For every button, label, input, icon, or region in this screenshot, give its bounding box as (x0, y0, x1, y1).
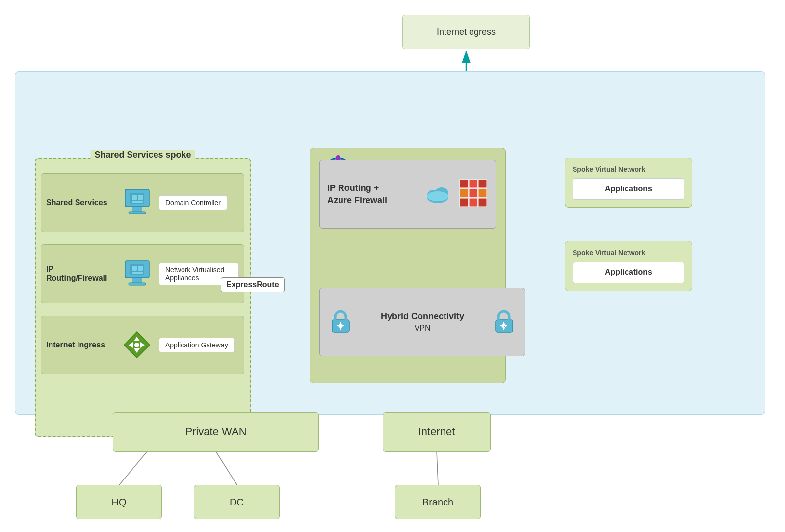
hq-label: HQ (112, 497, 127, 508)
spoke-vnet-1-inner: Applications (573, 178, 684, 200)
spoke-vnet-1-title: Spoke Virtual Network (573, 165, 684, 173)
private-wan-label: Private WAN (185, 426, 246, 438)
expressroute-text: ExpressRoute (226, 280, 279, 289)
monitor-icon-2 (120, 257, 154, 291)
svg-rect-58 (460, 189, 468, 197)
dc-label: DC (230, 497, 244, 508)
svg-rect-63 (478, 198, 487, 207)
svg-rect-57 (478, 180, 487, 188)
private-wan-box: Private WAN (113, 412, 319, 452)
shared-services-spoke-title: Shared Services spoke (90, 150, 195, 160)
diagram-container: Internet egress Shared Services spoke Sh… (0, 0, 785, 532)
internet-box: Internet (383, 412, 491, 452)
svg-rect-32 (132, 266, 137, 271)
hybrid-connectivity-label: Hybrid Connectivity (381, 311, 464, 321)
shared-services-label: Shared Services (46, 198, 115, 207)
domain-controller-box: Domain Controller (159, 195, 227, 210)
internet-label: Internet (419, 426, 455, 438)
internet-ingress-row: Internet Ingress Application Gateway (41, 316, 244, 374)
svg-line-20 (437, 452, 438, 485)
lock-icon-right (491, 308, 518, 337)
svg-line-18 (119, 452, 147, 485)
svg-rect-29 (132, 278, 142, 283)
svg-rect-23 (129, 212, 146, 214)
svg-rect-22 (132, 207, 142, 212)
svg-rect-56 (469, 180, 477, 188)
svg-point-45 (336, 155, 340, 160)
svg-rect-33 (138, 266, 143, 271)
domain-controller-label: Domain Controller (165, 199, 221, 207)
svg-rect-26 (138, 195, 143, 200)
application-gateway-box: Application Gateway (159, 338, 235, 352)
hybrid-conn-text-area: Hybrid Connectivity VPN (359, 311, 486, 333)
diamond-routing-icon (120, 328, 154, 362)
spoke-vnet-2-apps: Applications (605, 268, 652, 276)
expressroute-label: ExpressRoute (221, 277, 285, 292)
svg-rect-30 (129, 283, 146, 285)
svg-rect-34 (132, 272, 143, 274)
svg-point-40 (134, 343, 139, 347)
ip-routing-firewall-row: IP Routing/Firewall Network Virtualised … (41, 244, 244, 303)
shared-services-spoke: Shared Services spoke Shared Services (35, 158, 251, 437)
ip-routing-azure-box: IP Routing + Azure Firewall (319, 160, 496, 229)
svg-rect-60 (478, 189, 487, 197)
svg-rect-25 (132, 195, 137, 200)
branch-box: Branch (395, 485, 481, 519)
internet-egress-label: Internet egress (437, 27, 496, 37)
svg-rect-55 (460, 180, 468, 188)
shared-services-row: Shared Services Domain Con (41, 173, 244, 232)
branch-label: Branch (422, 497, 453, 508)
firewall-icon (459, 179, 488, 210)
vpn-label: VPN (415, 324, 431, 333)
main-azure-container: Shared Services spoke Shared Services (15, 71, 765, 415)
svg-rect-59 (469, 189, 477, 197)
spoke-vnet-2-title: Spoke Virtual Network (573, 249, 684, 257)
internet-egress-box: Internet egress (402, 15, 530, 49)
spoke-vnet-2-inner: Applications (573, 262, 684, 283)
svg-rect-61 (460, 198, 468, 207)
svg-line-19 (216, 452, 237, 485)
svg-rect-27 (132, 201, 143, 203)
spoke-vnet-2: Spoke Virtual Network Applications (565, 241, 692, 291)
network-virtualised-label: Network Virtualised Appliances (165, 266, 224, 282)
spoke-vnet-1-apps: Applications (605, 185, 652, 193)
ip-routing-azure-label: IP Routing + Azure Firewall (327, 182, 417, 207)
application-gateway-label: Application Gateway (165, 341, 228, 349)
monitor-icon-1 (120, 186, 154, 220)
hybrid-connectivity-box: Hybrid Connectivity VPN (319, 288, 525, 356)
spoke-vnet-1: Spoke Virtual Network Applications (565, 158, 692, 208)
svg-rect-62 (469, 198, 477, 207)
dc-box: DC (194, 485, 280, 519)
hq-box: HQ (76, 485, 162, 519)
svg-point-54 (427, 191, 448, 201)
internet-ingress-label: Internet Ingress (46, 341, 115, 349)
cloud-icon (424, 183, 451, 207)
lock-icon-left (327, 308, 354, 337)
ip-routing-firewall-label: IP Routing/Firewall (46, 265, 115, 283)
